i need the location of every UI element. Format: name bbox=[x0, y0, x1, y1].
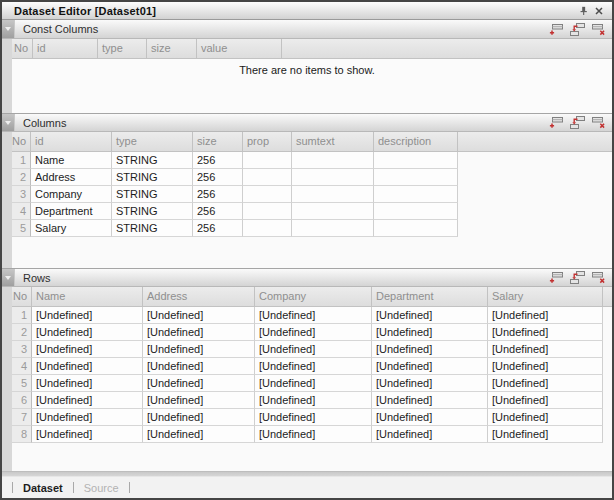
grid-cell[interactable] bbox=[374, 203, 458, 220]
grid-cell[interactable] bbox=[374, 152, 458, 169]
row-number-cell[interactable]: 5 bbox=[12, 375, 32, 392]
grid-cell[interactable]: [Undefined] bbox=[32, 307, 143, 324]
grid-cell[interactable]: 256 bbox=[193, 220, 243, 237]
row-number-cell[interactable]: 4 bbox=[12, 203, 31, 220]
grid-cell[interactable]: [Undefined] bbox=[255, 375, 372, 392]
grid-cell[interactable]: [Undefined] bbox=[488, 426, 603, 443]
grid-cell[interactable]: Salary bbox=[31, 220, 112, 237]
collapse-button[interactable] bbox=[2, 20, 15, 38]
remove-item-button[interactable] bbox=[590, 115, 607, 130]
row-number-cell[interactable]: 7 bbox=[12, 409, 32, 426]
table-row: 3CompanySTRING256 bbox=[12, 186, 612, 203]
grid-cell[interactable] bbox=[292, 203, 374, 220]
grid-cell[interactable] bbox=[243, 152, 292, 169]
grid-cell[interactable]: [Undefined] bbox=[255, 409, 372, 426]
grid-cell[interactable]: [Undefined] bbox=[372, 307, 488, 324]
grid-cell[interactable]: [Undefined] bbox=[143, 392, 255, 409]
grid-cell[interactable]: [Undefined] bbox=[32, 324, 143, 341]
grid-cell[interactable] bbox=[292, 220, 374, 237]
grid-cell[interactable]: [Undefined] bbox=[488, 392, 603, 409]
row-number-cell[interactable]: 2 bbox=[12, 324, 32, 341]
row-number-cell[interactable]: 1 bbox=[12, 152, 31, 169]
grid-cell[interactable]: [Undefined] bbox=[32, 375, 143, 392]
grid-cell[interactable] bbox=[243, 203, 292, 220]
row-number-cell[interactable]: 6 bbox=[12, 392, 32, 409]
grid-cell[interactable] bbox=[243, 220, 292, 237]
grid-cell[interactable]: [Undefined] bbox=[255, 358, 372, 375]
grid-cell[interactable]: [Undefined] bbox=[143, 426, 255, 443]
tab-dataset[interactable]: Dataset bbox=[21, 482, 65, 494]
row-number-cell[interactable]: 8 bbox=[12, 426, 32, 443]
grid-cell[interactable]: 256 bbox=[193, 203, 243, 220]
grid-cell[interactable] bbox=[243, 186, 292, 203]
grid-cell[interactable]: [Undefined] bbox=[488, 358, 603, 375]
grid-cell[interactable] bbox=[374, 169, 458, 186]
grid-cell[interactable]: STRING bbox=[112, 169, 193, 186]
close-button[interactable] bbox=[591, 4, 607, 18]
grid-cell[interactable]: [Undefined] bbox=[255, 324, 372, 341]
grid-cell[interactable]: Company bbox=[31, 186, 112, 203]
grid-cell[interactable]: [Undefined] bbox=[255, 307, 372, 324]
row-number-cell[interactable]: 2 bbox=[12, 169, 31, 186]
grid-cell[interactable]: [Undefined] bbox=[255, 392, 372, 409]
grid-cell[interactable]: [Undefined] bbox=[32, 358, 143, 375]
grid-cell[interactable]: [Undefined] bbox=[372, 358, 488, 375]
edit-item-button[interactable] bbox=[569, 115, 586, 130]
add-item-button[interactable] bbox=[548, 22, 565, 37]
grid-cell[interactable]: [Undefined] bbox=[488, 324, 603, 341]
remove-item-button[interactable] bbox=[590, 270, 607, 285]
grid-cell[interactable]: [Undefined] bbox=[32, 409, 143, 426]
row-number-cell[interactable]: 1 bbox=[12, 307, 32, 324]
grid-cell[interactable]: [Undefined] bbox=[488, 307, 603, 324]
grid-cell[interactable]: [Undefined] bbox=[32, 341, 143, 358]
grid-cell[interactable]: [Undefined] bbox=[372, 341, 488, 358]
grid-cell[interactable] bbox=[243, 169, 292, 186]
row-number-cell[interactable]: 4 bbox=[12, 358, 32, 375]
collapse-button[interactable] bbox=[2, 269, 15, 286]
grid-cell[interactable] bbox=[374, 186, 458, 203]
grid-cell[interactable]: STRING bbox=[112, 203, 193, 220]
row-number-cell[interactable]: 5 bbox=[12, 220, 31, 237]
grid-cell[interactable]: 256 bbox=[193, 152, 243, 169]
grid-cell[interactable]: 256 bbox=[193, 169, 243, 186]
edit-item-button[interactable] bbox=[569, 22, 586, 37]
grid-cell[interactable]: 256 bbox=[193, 186, 243, 203]
grid-cell[interactable] bbox=[292, 186, 374, 203]
grid-cell[interactable]: Name bbox=[31, 152, 112, 169]
collapse-button[interactable] bbox=[2, 114, 15, 131]
grid-cell[interactable] bbox=[292, 169, 374, 186]
grid-cell[interactable]: [Undefined] bbox=[143, 358, 255, 375]
grid-cell[interactable]: [Undefined] bbox=[32, 392, 143, 409]
grid-cell[interactable]: [Undefined] bbox=[372, 409, 488, 426]
grid-cell[interactable]: Address bbox=[31, 169, 112, 186]
remove-item-button[interactable] bbox=[590, 22, 607, 37]
grid-cell[interactable]: [Undefined] bbox=[143, 409, 255, 426]
grid-cell[interactable]: [Undefined] bbox=[143, 341, 255, 358]
grid-cell[interactable]: [Undefined] bbox=[255, 341, 372, 358]
grid-cell[interactable]: [Undefined] bbox=[488, 409, 603, 426]
grid-cell[interactable]: Department bbox=[31, 203, 112, 220]
grid-cell[interactable]: [Undefined] bbox=[488, 341, 603, 358]
grid-cell[interactable]: STRING bbox=[112, 186, 193, 203]
grid-cell[interactable]: [Undefined] bbox=[143, 307, 255, 324]
row-number-cell[interactable]: 3 bbox=[12, 341, 32, 358]
grid-cell[interactable]: [Undefined] bbox=[372, 324, 488, 341]
grid-cell[interactable]: [Undefined] bbox=[372, 375, 488, 392]
grid-cell[interactable]: [Undefined] bbox=[488, 375, 603, 392]
grid-cell[interactable] bbox=[292, 152, 374, 169]
grid-cell[interactable]: [Undefined] bbox=[372, 392, 488, 409]
tab-source[interactable]: Source bbox=[82, 482, 121, 494]
grid-cell[interactable]: [Undefined] bbox=[372, 426, 488, 443]
grid-cell[interactable]: STRING bbox=[112, 152, 193, 169]
add-item-button[interactable] bbox=[548, 115, 565, 130]
add-item-button[interactable] bbox=[548, 270, 565, 285]
grid-cell[interactable]: [Undefined] bbox=[143, 324, 255, 341]
grid-cell[interactable]: STRING bbox=[112, 220, 193, 237]
grid-cell[interactable]: [Undefined] bbox=[143, 375, 255, 392]
pin-button[interactable] bbox=[575, 4, 591, 18]
grid-cell[interactable]: [Undefined] bbox=[255, 426, 372, 443]
grid-cell[interactable] bbox=[374, 220, 458, 237]
grid-cell[interactable]: [Undefined] bbox=[32, 426, 143, 443]
edit-item-button[interactable] bbox=[569, 270, 586, 285]
row-number-cell[interactable]: 3 bbox=[12, 186, 31, 203]
